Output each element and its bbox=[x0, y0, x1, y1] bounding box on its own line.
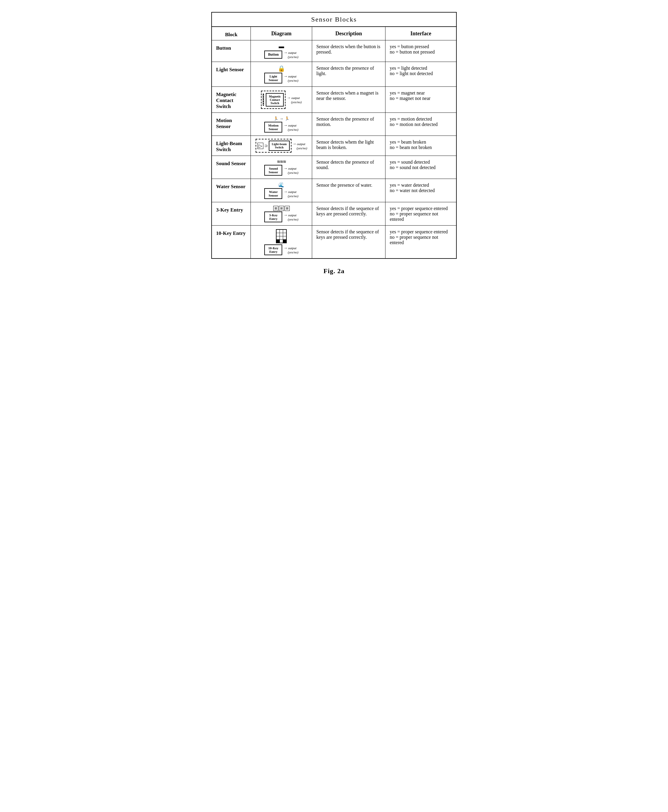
table-row: Sound Sensor ≋≋≋ SoundSensor →output (ye… bbox=[212, 156, 456, 179]
interface-cell: yes = beam brokenno = beam not broken bbox=[386, 136, 456, 156]
button-icon: ▬ bbox=[279, 43, 284, 50]
table-row: Light Sensor 🔒 LightSensor →output (yes/… bbox=[212, 62, 456, 87]
arrow-label: →output (yes/no) bbox=[284, 246, 298, 254]
button-box: Button bbox=[264, 50, 282, 58]
description-cell: Sensor detects the presence of motion. bbox=[312, 113, 385, 136]
three-key-box: 3-KeyEntry bbox=[264, 212, 282, 222]
block-name: 10-Key Entry bbox=[212, 225, 251, 259]
water-sensor-box: WaterSensor bbox=[264, 188, 282, 199]
table-row: Light-Beam Switch ▷ ⊃ Light-beamSwitch →… bbox=[212, 136, 456, 156]
ten-key-box: 10-KeyEntry bbox=[264, 244, 282, 255]
description-cell: Sensor detects whem the light beam is br… bbox=[312, 136, 385, 156]
motion-icons: 🏃→🏃 bbox=[274, 117, 289, 121]
figure-caption: Fig. 2a bbox=[211, 267, 457, 275]
arrow-label: →output (yes/no) bbox=[284, 50, 298, 58]
arrow-label: →output (yes/no) bbox=[284, 74, 298, 82]
water-icon: 🌊 bbox=[278, 182, 284, 188]
description-cell: Sensor detects the presence of light. bbox=[312, 62, 385, 87]
magnetic-box: MagneticContactSwitch bbox=[266, 93, 284, 107]
table-title: Sensor Blocks bbox=[212, 12, 456, 27]
diagram-cell: 🔒 LightSensor →output (yes/no) bbox=[251, 62, 312, 87]
sensor-blocks-table: Sensor Blocks Block Diagram Description … bbox=[211, 12, 457, 259]
arrow-label: →output (yes/no) bbox=[284, 123, 298, 131]
block-name: Water Sensor bbox=[212, 179, 251, 202]
description-cell: Sensor detects the presence of sound. bbox=[312, 156, 385, 179]
diagram-cell: 🏃→🏃 MotionSensor →output (yes/no) bbox=[251, 113, 312, 136]
light-beam-dashed: ▷ ⊃ Light-beamSwitch bbox=[256, 139, 292, 153]
arrow-label: →output (yes/no) bbox=[287, 95, 301, 104]
three-key-icons: ⊞ ⊞ ⊞ bbox=[273, 206, 290, 211]
interface-cell: yes = sound detectedno = sound not detec… bbox=[386, 156, 456, 179]
description-cell: Sensor the presence of water. bbox=[312, 179, 385, 202]
arrow-label: →output (yes/no) bbox=[284, 166, 298, 174]
interface-cell: yes = proper sequence enteredno = proper… bbox=[386, 225, 456, 259]
page-wrapper: Sensor Blocks Block Diagram Description … bbox=[211, 12, 457, 275]
light-beam-box: Light-beamSwitch bbox=[269, 141, 290, 151]
interface-cell: yes = light detectedno = light not detec… bbox=[386, 62, 456, 87]
block-name: Sound Sensor bbox=[212, 156, 251, 179]
table-row: 10-Key Entry bbox=[212, 225, 456, 259]
header-diagram: Diagram bbox=[251, 27, 312, 40]
table-row: 3-Key Entry ⊞ ⊞ ⊞ 3-KeyEntry →output ( bbox=[212, 202, 456, 225]
interface-cell: yes = water detectedno = water not detec… bbox=[386, 179, 456, 202]
diagram-cell: ⊞ ⊞ ⊞ 3-KeyEntry →output (yes/no) bbox=[251, 202, 312, 225]
sound-sensor-box: SoundSensor bbox=[264, 165, 282, 176]
interface-cell: yes = magnet nearno = magnet not near bbox=[386, 87, 456, 113]
interface-cell: yes = proper sequence enteredno = proper… bbox=[386, 202, 456, 225]
arrow-label: →output (yes/no) bbox=[292, 142, 307, 150]
diagram-cell: ▬ Button →output (yes/no) bbox=[251, 40, 312, 62]
header-description: Description bbox=[312, 27, 385, 40]
block-name: Motion Sensor bbox=[212, 113, 251, 136]
interface-cell: yes = button pressedno = button not pres… bbox=[386, 40, 456, 62]
lock-icon: 🔒 bbox=[278, 65, 285, 72]
header-block: Block bbox=[212, 27, 251, 40]
diagram-cell: 🌊 WaterSensor →output (yes/no) bbox=[251, 179, 312, 202]
description-cell: Sensor detects if the sequence of keys a… bbox=[312, 202, 385, 225]
table-row: Water Sensor 🌊 WaterSensor →output (yes/… bbox=[212, 179, 456, 202]
diagram-cell: ≋≋≋ SoundSensor →output (yes/no) bbox=[251, 156, 312, 179]
arrow-label: →output (yes/no) bbox=[284, 189, 298, 198]
block-name: Light Sensor bbox=[212, 62, 251, 87]
description-cell: Sensor detects if the sequence of keys a… bbox=[312, 225, 385, 259]
interface-cell: yes = motion detectedno = motion not det… bbox=[386, 113, 456, 136]
ten-key-grid bbox=[276, 229, 287, 243]
block-name: Light-Beam Switch bbox=[212, 136, 251, 156]
diagram-cell: MagneticContactSwitch →output (yes/no) bbox=[251, 87, 312, 113]
diagram-cell: 10-KeyEntry →output (yes/no) bbox=[251, 225, 312, 259]
sound-wave-icon: ≋≋≋ bbox=[277, 159, 286, 164]
block-name: Magnetic Contact Switch bbox=[212, 87, 251, 113]
diagram-cell: ▷ ⊃ Light-beamSwitch →output (yes/no) bbox=[251, 136, 312, 156]
description-cell: Sensor detects when the button is presse… bbox=[312, 40, 385, 62]
light-sensor-box: LightSensor bbox=[264, 73, 282, 83]
arrow-label: →output (yes/no) bbox=[284, 213, 298, 221]
header-interface: Interface bbox=[386, 27, 456, 40]
table-row: Motion Sensor 🏃→🏃 MotionSensor →output (… bbox=[212, 113, 456, 136]
block-name: Button bbox=[212, 40, 251, 62]
table-row: Magnetic Contact Switch MagneticContactS… bbox=[212, 87, 456, 113]
table-row: Button ▬ Button →output (yes/no) Senso bbox=[212, 40, 456, 62]
magnetic-dashed-box: MagneticContactSwitch bbox=[261, 91, 286, 109]
motion-sensor-box: MotionSensor bbox=[264, 122, 282, 133]
block-name: 3-Key Entry bbox=[212, 202, 251, 225]
description-cell: Sensor detects when a magnet is near the… bbox=[312, 87, 385, 113]
